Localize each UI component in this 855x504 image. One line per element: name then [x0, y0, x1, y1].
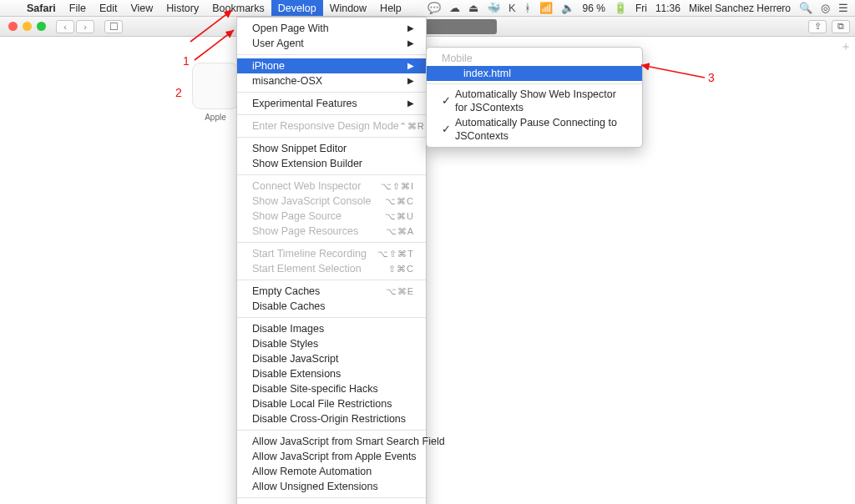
back-button[interactable]: ‹ [56, 20, 74, 33]
apple-logo-icon [192, 63, 239, 109]
submenu-item-label: index.html [455, 67, 511, 80]
menu-item-label: Enter Responsive Design Mode [252, 119, 399, 133]
clock-time[interactable]: 11:36 [655, 3, 680, 14]
develop-menu-item: Show Page Source⌥⌘U [237, 209, 426, 224]
menubar-app[interactable]: Safari [20, 0, 63, 16]
develop-menu-item[interactable]: Disable Styles [237, 336, 426, 351]
menubar-item-bookmarks[interactable]: Bookmarks [205, 0, 271, 16]
annotation-2: 2 [175, 86, 182, 99]
submenu-arrow-icon: ▶ [407, 22, 414, 35]
clock-day[interactable]: Fri [635, 3, 647, 14]
develop-menu-item[interactable]: Allow JavaScript from Smart Search Field [237, 434, 426, 449]
menu-item-shortcut: ⌥⌘E [386, 285, 414, 298]
volume-icon[interactable]: 🔈 [561, 2, 574, 14]
iphone-submenu: Mobileindex.html✓Automatically Show Web … [426, 47, 643, 148]
menubar-item-edit[interactable]: Edit [93, 0, 124, 16]
sidebar-toggle-button[interactable]: ☐ [104, 20, 123, 33]
develop-menu-item[interactable]: iPhone▶ [237, 58, 426, 73]
develop-menu-item[interactable]: Show Extension Builder [237, 156, 426, 171]
annotation-3: 3 [708, 71, 715, 84]
menu-item-shortcut: ⌥⌘A [386, 224, 414, 238]
status-icon[interactable]: 💬 [428, 2, 441, 14]
menu-item-label: Disable Local File Restrictions [252, 397, 392, 411]
spotlight-icon[interactable]: 🔍 [799, 2, 812, 14]
develop-menu-item[interactable]: Allow Remote Automation [237, 464, 426, 479]
menu-item-label: iPhone [252, 59, 285, 73]
develop-menu-item: Connect Web Inspector⌥⇧⌘I [237, 179, 426, 194]
develop-menu-item[interactable]: Empty Caches⌥⌘E [237, 284, 426, 299]
tabs-button[interactable]: ⧉ [832, 20, 850, 33]
develop-menu-item[interactable]: User Agent▶ [237, 36, 426, 51]
mac-menubar: Safari File Edit View History Bookmarks … [0, 0, 855, 17]
develop-menu-item: Start Element Selection⇧⌘C [237, 261, 426, 276]
develop-menu-item: Enter Responsive Design Mode⌃⌘R [237, 118, 426, 134]
zoom-window-button[interactable] [37, 22, 46, 31]
check-icon: ✓ [442, 94, 450, 108]
develop-menu-item[interactable]: Disable Local File Restrictions [237, 396, 426, 411]
develop-menu-item[interactable]: Allow Unsigned Extensions [237, 479, 426, 494]
menu-item-label: Experimental Features [252, 97, 357, 110]
menubar-item-window[interactable]: Window [323, 0, 373, 16]
share-button[interactable]: ⇪ [808, 20, 827, 33]
wifi-icon[interactable]: 📶 [539, 2, 553, 14]
submenu-item-label: Automatically Show Web Inspector for JSC… [455, 88, 630, 114]
menu-item-label: Start Element Selection [252, 262, 362, 275]
develop-menu: Open Page With▶User Agent▶iPhone▶misanch… [236, 17, 427, 504]
menu-item-shortcut: ⌥⌘C [385, 194, 414, 208]
menu-item-label: Show Snippet Editor [252, 142, 347, 155]
bluetooth-icon[interactable]: ᚼ [524, 2, 531, 14]
menu-item-label: Disable JavaScript [252, 352, 339, 365]
develop-menu-item[interactable]: Disable JavaScript [237, 351, 426, 366]
new-tab-button[interactable]: ＋ [840, 39, 852, 54]
menu-item-label: Disable Site-specific Hacks [252, 382, 378, 396]
menu-item-label: Open Page With [252, 22, 329, 35]
menu-item-label: Show Page Resources [252, 224, 358, 238]
menu-item-label: Show Extension Builder [252, 157, 362, 170]
menubar-item-view[interactable]: View [124, 0, 159, 16]
menu-item-shortcut: ⌃⌘R [399, 119, 425, 133]
menubar-item-history[interactable]: History [159, 0, 205, 16]
submenu-item[interactable]: ✓Automatically Show Web Inspector for JS… [427, 87, 642, 115]
user-name[interactable]: Mikel Sanchez Herrero [689, 3, 791, 14]
menubar-item-develop[interactable]: Develop [271, 0, 323, 16]
develop-menu-item[interactable]: Disable Site-specific Hacks [237, 381, 426, 396]
develop-menu-item[interactable]: Open Page With▶ [237, 21, 426, 36]
menu-item-label: Disable Styles [252, 337, 318, 350]
menu-item-label: User Agent [252, 37, 304, 50]
submenu-header: Mobile [427, 51, 642, 66]
status-icon[interactable]: ☁︎ [449, 2, 460, 14]
develop-menu-item[interactable]: Disable Caches [237, 299, 426, 314]
menu-item-label: Connect Web Inspector [252, 179, 361, 193]
battery-percent[interactable]: 96 % [583, 3, 605, 14]
menu-item-label: Disable Cross-Origin Restrictions [252, 412, 406, 426]
develop-menu-item[interactable]: Disable Images [237, 321, 426, 336]
status-icon[interactable]: ⏏︎ [468, 2, 478, 14]
menubar-item-help[interactable]: Help [373, 0, 408, 16]
menubar-item-file[interactable]: File [63, 0, 93, 16]
status-icon[interactable]: 🐳 [487, 2, 500, 14]
develop-menu-item[interactable]: Disable Extensions [237, 366, 426, 381]
menu-item-label: misanche-OSX [252, 74, 322, 88]
menu-item-label: Empty Caches [252, 285, 320, 298]
submenu-item[interactable]: index.html [427, 66, 642, 81]
menu-item-shortcut: ⇧⌘C [388, 262, 414, 275]
notification-center-icon[interactable]: ☰ [838, 2, 848, 14]
menu-item-label: Start Timeline Recording [252, 247, 367, 260]
forward-button[interactable]: › [76, 20, 94, 33]
status-icon[interactable]: K [508, 2, 516, 14]
battery-icon[interactable]: 🔋 [614, 2, 627, 14]
develop-menu-item[interactable]: Show Snippet Editor [237, 141, 426, 156]
submenu-item[interactable]: ✓Automatically Pause Connecting to JSCon… [427, 115, 642, 144]
menu-item-label: Allow Unsigned Extensions [252, 480, 378, 493]
develop-menu-item[interactable]: misanche-OSX▶ [237, 73, 426, 88]
minimize-window-button[interactable] [23, 22, 32, 31]
check-icon: ✓ [442, 123, 450, 136]
menu-item-label: Show Page Source [252, 209, 341, 223]
siri-icon[interactable]: ◎ [821, 2, 830, 14]
develop-menu-item[interactable]: Experimental Features▶ [237, 96, 426, 111]
menu-item-label: Show JavaScript Console [252, 194, 371, 208]
develop-menu-item[interactable]: Disable Cross-Origin Restrictions [237, 411, 426, 426]
submenu-arrow-icon: ▶ [407, 97, 414, 110]
develop-menu-item[interactable]: Allow JavaScript from Apple Events [237, 449, 426, 464]
close-window-button[interactable] [8, 22, 18, 31]
